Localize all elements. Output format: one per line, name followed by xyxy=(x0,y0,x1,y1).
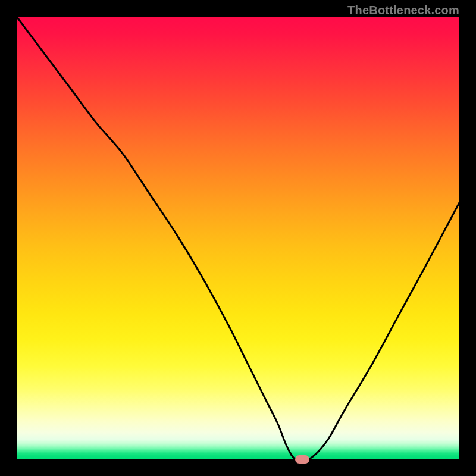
optimum-marker xyxy=(295,455,309,464)
attribution-text: TheBottleneck.com xyxy=(347,4,459,17)
chart-curve-svg xyxy=(17,17,459,459)
bottleneck-curve-path xyxy=(17,17,459,461)
chart-frame: TheBottleneck.com xyxy=(0,0,476,476)
